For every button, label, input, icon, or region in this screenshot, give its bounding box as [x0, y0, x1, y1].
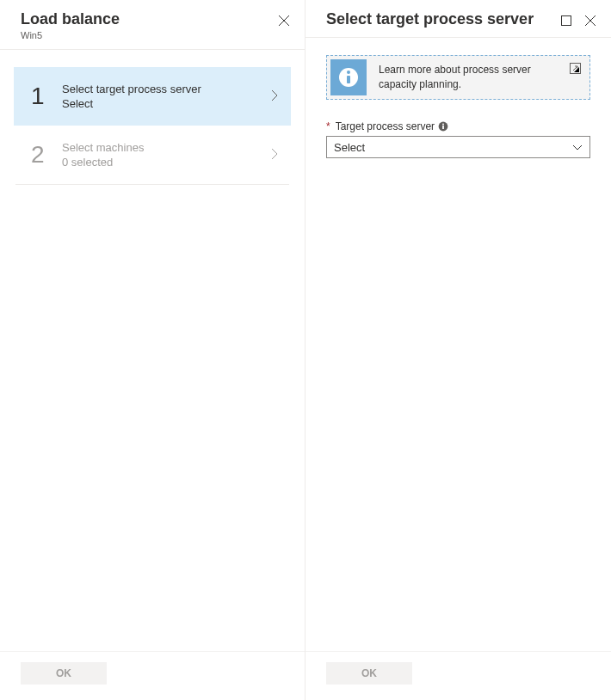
ok-button[interactable]: OK [326, 662, 412, 685]
panel-title: Select target process server [326, 10, 534, 28]
close-icon[interactable] [583, 14, 597, 28]
svg-rect-0 [562, 16, 571, 26]
field-label-text: Target process server [336, 120, 435, 132]
chevron-right-icon [271, 89, 279, 104]
panel-footer-left: OK [0, 651, 305, 700]
svg-rect-3 [347, 76, 350, 83]
step-select-target-process-server[interactable]: 1 Select target process server Select [14, 67, 291, 126]
panel-header-titles: Select target process server [326, 10, 534, 28]
panel-footer-right: OK [306, 651, 611, 700]
select-target-process-server-panel: Select target process server Learn more … [306, 0, 611, 700]
step-sub: 0 selected [62, 156, 271, 169]
svg-point-6 [442, 123, 444, 125]
load-balance-panel: Load balance Win5 1 Select target proces… [0, 0, 306, 700]
required-indicator: * [326, 120, 330, 132]
select-value: Select [334, 141, 365, 154]
divider [15, 184, 289, 185]
chevron-down-icon [572, 141, 583, 154]
maximize-icon[interactable] [559, 14, 573, 28]
step-number: 1 [31, 83, 62, 110]
step-select-machines[interactable]: 2 Select machines 0 selected [14, 126, 291, 184]
close-icon[interactable] [277, 14, 291, 28]
chevron-right-icon [271, 148, 279, 163]
step-title: Select machines [62, 141, 271, 154]
info-box: Learn more about process server capacity… [326, 55, 590, 100]
steps-body: 1 Select target process server Select 2 … [0, 50, 305, 651]
info-text: Learn more about process server capacity… [379, 63, 558, 92]
step-title: Select target process server [62, 83, 271, 95]
step-text: Select machines 0 selected [62, 141, 271, 169]
step-number: 2 [31, 141, 62, 169]
panel-title: Load balance [21, 10, 120, 28]
field-label: * Target process server [326, 120, 590, 132]
panel-subtitle: Win5 [21, 30, 120, 40]
panel-header-controls [559, 10, 597, 28]
panel-header-left: Load balance Win5 [0, 0, 305, 50]
svg-rect-7 [442, 126, 444, 129]
svg-point-2 [347, 71, 350, 74]
step-text: Select target process server Select [62, 83, 271, 110]
info-icon [330, 59, 367, 95]
panel-header-right: Select target process server [306, 0, 611, 38]
target-process-server-select[interactable]: Select [326, 136, 590, 158]
ok-button[interactable]: OK [21, 662, 107, 685]
right-body: Learn more about process server capacity… [306, 38, 611, 651]
panel-header-controls [277, 10, 291, 28]
info-tooltip-icon[interactable] [438, 121, 448, 132]
external-link-icon[interactable] [570, 59, 581, 77]
panel-header-titles: Load balance Win5 [21, 10, 120, 40]
step-sub: Select [62, 97, 271, 110]
